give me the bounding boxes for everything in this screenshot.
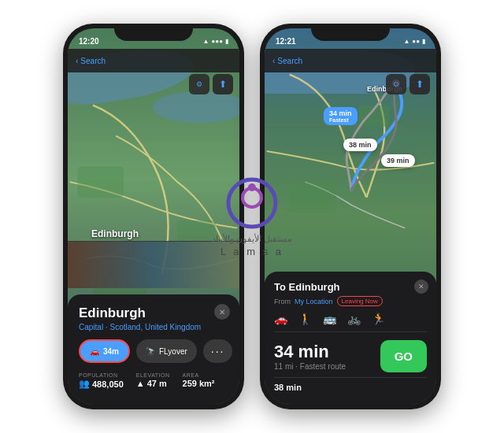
route-time-info: 34 min 11 mi · Fastest route	[274, 342, 346, 371]
drive-button[interactable]: 🚗 34m	[79, 339, 130, 363]
settings-button-1[interactable]: ⚙	[189, 74, 209, 94]
stat-elevation-value: ▲ 47 m	[136, 379, 170, 388]
main-container: Edinburgh ⬆ ⚙ 12:20 ▲ ●●● ▮	[0, 0, 504, 433]
svg-point-5	[248, 183, 256, 191]
status-time-1: 12:20	[79, 37, 99, 46]
location-button-1[interactable]: ⬆	[213, 74, 233, 94]
transport-run-tab[interactable]: 🏃	[372, 313, 385, 325]
flyover-icon: 🔭	[146, 347, 155, 356]
battery-icon-2: ▮	[422, 38, 425, 45]
info-stats: POPULATION 👥 488,050 ELEVATION ▲ 47 m	[79, 372, 228, 389]
elevation-icon: ▲	[136, 379, 145, 388]
flyover-label: FLyover	[159, 347, 187, 356]
notch-1	[114, 24, 193, 41]
route-from-label: From	[274, 298, 291, 305]
stat-elevation: ELEVATION ▲ 47 m	[136, 372, 170, 389]
route-destination: To Edinburgh	[274, 281, 427, 293]
go-button[interactable]: GO	[380, 340, 427, 372]
svg-point-4	[243, 188, 261, 207]
car-icon: 🚗	[90, 347, 99, 356]
route-time-row: 34 min 11 mi · Fastest route GO	[274, 340, 427, 372]
route-distance: 11 mi · Fastest route	[274, 362, 346, 371]
info-title-1: Edinburgh	[79, 305, 228, 321]
transport-walk-tab[interactable]: 🚶	[298, 313, 312, 325]
wifi-icon-2: ▲	[403, 38, 410, 45]
back-chevron-icon-1: ‹	[76, 57, 78, 65]
svg-rect-0	[77, 167, 124, 198]
phone-1: Edinburgh ⬆ ⚙ 12:20 ▲ ●●● ▮	[63, 24, 244, 409]
gear-icon-2: ⚙	[393, 80, 399, 88]
status-time-2: 12:21	[276, 37, 296, 46]
info-close-btn-1[interactable]: ✕	[214, 304, 230, 320]
info-actions-1: 🚗 34m 🔭 FLyover ···	[79, 339, 228, 363]
settings-button-2[interactable]: ⚙	[386, 74, 406, 94]
status-icons-1: ▲ ●●● ▮	[203, 38, 228, 45]
more-button[interactable]: ···	[203, 339, 233, 363]
stat-population-label: POPULATION	[79, 372, 124, 378]
gear-icon-1: ⚙	[196, 80, 202, 88]
signal-icon-1: ●●●	[212, 38, 224, 45]
nav-back-2[interactable]: ‹ Search	[272, 57, 302, 65]
route-panel: ✕ To Edinburgh From My Location Leaving …	[265, 272, 436, 405]
battery-icon-1: ▮	[225, 38, 228, 45]
population-icon: 👥	[79, 379, 90, 389]
callout-39min: 39 min	[381, 154, 415, 167]
transport-transit-tab[interactable]: 🚌	[323, 313, 336, 325]
route-close-btn[interactable]: ✕	[414, 279, 428, 294]
nav-back-label-2: Search	[277, 57, 302, 65]
info-panel-1: ✕ Edinburgh Capital · Scotland, United K…	[68, 294, 239, 405]
transport-tabs: 🚗 🚶 🚌 🚲 🏃	[274, 313, 427, 332]
nav-bar-2: ‹ Search	[265, 49, 436, 72]
route-from-location: My Location	[295, 298, 333, 305]
stat-area-label: AREA	[183, 372, 215, 378]
map-edinburgh-label: Edinburgh	[91, 228, 139, 239]
nav-back-1[interactable]: ‹ Search	[76, 57, 106, 65]
flyover-button[interactable]: 🔭 FLyover	[136, 339, 197, 363]
location-button-2[interactable]: ⬆	[410, 74, 430, 94]
wifi-icon-1: ▲	[203, 38, 209, 45]
location-arrow-icon-2: ⬆	[416, 79, 424, 90]
stat-area-value: 259 km²	[183, 379, 215, 388]
stat-population: POPULATION 👥 488,050	[79, 372, 124, 389]
transport-bike-tab[interactable]: 🚲	[347, 313, 361, 325]
more-icon: ···	[211, 345, 225, 357]
leaving-now-badge[interactable]: Leaving Now	[337, 296, 383, 306]
stat-elevation-label: ELEVATION	[136, 372, 170, 378]
route-time-value: 34 min	[274, 342, 346, 362]
transport-car-tab[interactable]: 🚗	[274, 313, 287, 325]
thumbnail-strip	[68, 241, 239, 288]
nav-bar-1: ‹ Search	[68, 49, 239, 72]
callout-fastest: 34 min Fastest	[324, 107, 358, 125]
drive-time-label: 34m	[103, 347, 119, 356]
notch-2	[311, 24, 390, 41]
info-subtitle-1: Capital · Scotland, United Kingdom	[79, 323, 228, 331]
route-from-row: From My Location Leaving Now	[274, 296, 427, 306]
stat-area: AREA 259 km²	[183, 372, 215, 389]
status-icons-2: ▲ ●● ▮	[403, 38, 425, 45]
phone-2: 34 min Fastest 38 min 39 min Edinburgh ⬆…	[260, 24, 441, 409]
location-arrow-icon: ⬆	[219, 79, 227, 90]
nav-back-label-1: Search	[80, 57, 106, 65]
callout-38min: 38 min	[343, 139, 377, 151]
back-chevron-icon-2: ‹	[272, 57, 275, 65]
signal-icon-2: ●●	[412, 38, 420, 45]
stat-population-value: 👥 488,050	[79, 379, 124, 389]
